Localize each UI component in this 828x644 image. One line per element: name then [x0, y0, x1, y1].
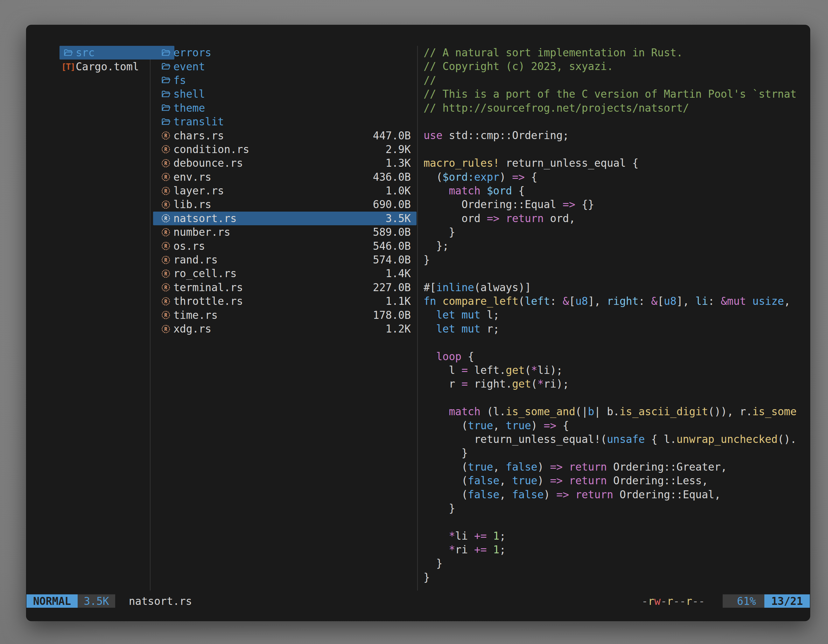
code-line: [423, 266, 810, 280]
rust-lang-icon: R: [161, 269, 171, 278]
toml-file-icon: [T]: [63, 62, 73, 71]
svg-text:R: R: [164, 229, 168, 235]
file-row[interactable]: Rlib.rs690.0B: [153, 197, 417, 211]
file-row[interactable]: Rthrottle.rs1.1K: [153, 294, 417, 308]
rust-lang-icon: R: [161, 186, 171, 196]
folder-row[interactable]: theme: [153, 101, 417, 115]
file-row[interactable]: Rcondition.rs2.9K: [153, 143, 417, 156]
code-line: match $ord {: [423, 184, 810, 197]
code-line: [423, 336, 810, 349]
folder-row[interactable]: errors: [153, 46, 417, 60]
rust-lang-icon: R: [161, 213, 171, 223]
code-line: fn compare_left(left: &[u8], right: &[u8…: [423, 294, 810, 308]
svg-text:R: R: [164, 271, 168, 276]
code-line: match (l.is_some_and(|b| b.is_ascii_digi…: [423, 405, 810, 418]
code-line: }: [423, 501, 810, 515]
code-line: (false, false) => return Ordering::Equal…: [423, 488, 810, 501]
entry-name: layer.rs: [173, 185, 386, 197]
folder-row[interactable]: translit: [153, 115, 417, 128]
code-line: };: [423, 239, 810, 253]
entry-name: throttle.rs: [173, 295, 386, 307]
code-line: #[inline(always)]: [423, 280, 810, 294]
pane-separator-right: [417, 46, 418, 591]
scroll-percent-badge: 61%: [723, 594, 764, 608]
rust-lang-icon: R: [161, 296, 171, 306]
file-row[interactable]: Rro_cell.rs1.4K: [153, 266, 417, 280]
file-manager-window: src[T]Cargo.toml errorseventfsshelltheme…: [26, 25, 810, 621]
pane-separator-left: [150, 46, 151, 591]
file-row[interactable]: Rnumber.rs589.0B: [153, 225, 417, 239]
entry-name: event: [173, 60, 411, 73]
code-line: (false, true) => return Ordering::Less,: [423, 474, 810, 487]
svg-text:R: R: [164, 285, 168, 290]
entry-name: chars.rs: [173, 130, 373, 142]
mode-badge: NORMAL: [27, 594, 78, 608]
entry-size: 178.0B: [373, 309, 411, 321]
entry-name: debounce.rs: [173, 157, 386, 169]
code-line: [423, 391, 810, 405]
entry-size: 574.0B: [373, 254, 411, 266]
folder-row[interactable]: event: [153, 60, 417, 73]
entry-name: errors: [173, 47, 411, 59]
file-row[interactable]: Rlayer.rs1.0K: [153, 184, 417, 197]
folder-open-icon: [161, 62, 171, 71]
file-row[interactable]: Rrand.rs574.0B: [153, 253, 417, 266]
rust-lang-icon: R: [161, 172, 171, 182]
entry-name: theme: [173, 102, 411, 114]
code-line: }: [423, 225, 810, 239]
svg-text:R: R: [164, 257, 168, 263]
svg-text:R: R: [164, 174, 168, 180]
code-line: //: [423, 74, 810, 87]
code-line: Ordering::Equal => {}: [423, 197, 810, 211]
rust-lang-icon: R: [161, 255, 171, 265]
status-filename: natsort.rs: [129, 594, 192, 608]
rust-lang-icon: R: [161, 227, 171, 237]
folder-row[interactable]: shell: [153, 87, 417, 101]
file-row[interactable]: Rnatsort.rs3.5K: [153, 212, 417, 225]
code-line: // http://sourcefrog.net/projects/natsor…: [423, 101, 810, 115]
svg-text:R: R: [164, 326, 168, 332]
code-line: return_unless_equal!(unsafe { l.unwrap_u…: [423, 432, 810, 446]
rust-lang-icon: R: [161, 144, 171, 154]
entry-name: time.rs: [173, 309, 373, 321]
svg-text:R: R: [164, 298, 168, 304]
svg-text:R: R: [164, 312, 168, 318]
entry-name: lib.rs: [173, 198, 373, 211]
entry-name: natsort.rs: [173, 212, 386, 225]
entry-name: condition.rs: [173, 143, 386, 155]
svg-text:R: R: [164, 202, 168, 207]
file-row[interactable]: Rdebounce.rs1.3K: [153, 156, 417, 170]
entry-size: 436.0B: [373, 171, 411, 183]
file-row[interactable]: Rterminal.rs227.0B: [153, 280, 417, 294]
code-line: use std::cmp::Ordering;: [423, 128, 810, 142]
code-line: l = left.get(*li);: [423, 364, 810, 377]
folder-open-icon: [161, 117, 171, 127]
code-line: let mut l;: [423, 308, 810, 322]
file-row[interactable]: Rchars.rs447.0B: [153, 128, 417, 142]
folder-row[interactable]: fs: [153, 74, 417, 87]
entry-name: xdg.rs: [173, 323, 386, 335]
code-line: macro_rules! return_unless_equal {: [423, 156, 810, 170]
rust-lang-icon: R: [161, 241, 171, 251]
entry-size: 1.3K: [386, 157, 411, 169]
file-row[interactable]: Rtime.rs178.0B: [153, 308, 417, 322]
rust-lang-icon: R: [161, 200, 171, 209]
svg-text:R: R: [164, 147, 168, 152]
code-line: [423, 143, 810, 156]
code-line: *li += 1;: [423, 529, 810, 543]
file-row[interactable]: Rxdg.rs1.2K: [153, 322, 417, 336]
entry-size: 227.0B: [373, 281, 411, 294]
file-row[interactable]: Renv.rs436.0B: [153, 170, 417, 184]
file-row[interactable]: Ros.rs546.0B: [153, 239, 417, 253]
entry-name: os.rs: [173, 240, 373, 252]
entry-size: 1.1K: [386, 295, 411, 307]
rust-lang-icon: R: [161, 310, 171, 320]
entry-size: 589.0B: [373, 226, 411, 238]
entry-name: env.rs: [173, 171, 373, 183]
rust-lang-icon: R: [161, 158, 171, 168]
code-line: let mut r;: [423, 322, 810, 336]
entry-size: 2.9K: [386, 143, 411, 155]
status-bar: NORMAL 3.5K natsort.rs -rw-r--r-- 61% 13…: [27, 594, 810, 608]
code-line: }: [423, 570, 810, 584]
folder-open-icon: [161, 48, 171, 58]
